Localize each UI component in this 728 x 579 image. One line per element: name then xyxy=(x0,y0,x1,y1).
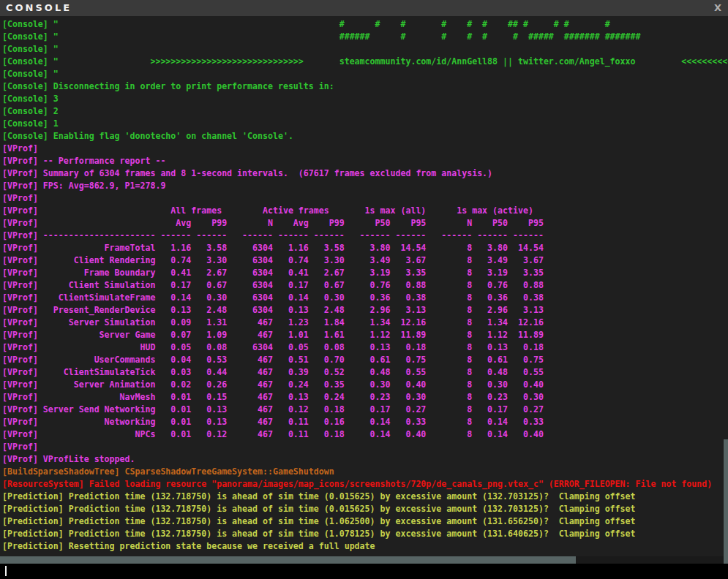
log-line: [Prediction] Prediction time (132.718750… xyxy=(2,528,728,540)
log-line: [VProf] NavMesh 0.01 0.15 467 0.13 0.24 … xyxy=(2,391,728,404)
log-line: [VProf] Networking 0.01 0.13 467 0.11 0.… xyxy=(2,416,728,428)
log-line: [Console] " xyxy=(2,68,728,80)
log-line: [VProf] Client Simulation 0.17 0.67 6304… xyxy=(2,279,728,292)
log-line: [VProf] ClientSimulateFrame 0.14 0.30 63… xyxy=(2,292,728,304)
console-window: CONSOLE X [Console] " # # # # # # ## # #… xyxy=(0,0,728,579)
log-line: [VProf] ---------------------- ------ --… xyxy=(2,230,728,242)
log-line: [VProf] FrameTotal 1.16 3.58 6304 1.16 3… xyxy=(2,242,728,254)
log-line: [VProf] xyxy=(2,143,728,155)
window-title: CONSOLE xyxy=(6,2,72,13)
log-line: [VProf] Present_RenderDevice 0.13 2.48 6… xyxy=(2,304,728,317)
horizontal-scrollbar[interactable] xyxy=(0,556,728,564)
log-line: [VProf] xyxy=(2,441,728,453)
log-line: [VProf] All frames Active frames 1s max … xyxy=(2,205,728,217)
console-titlebar[interactable]: CONSOLE X xyxy=(0,0,728,16)
log-line: [VProf] Server Game 0.07 1.09 467 1.01 1… xyxy=(2,329,728,341)
log-line: [Console] 3 xyxy=(2,93,728,105)
log-line: [VProf] Summary of 6304 frames and 8 1-s… xyxy=(2,167,728,180)
log-line: [Console] " ###### # # # # # ##### #####… xyxy=(2,31,728,43)
log-line: [VProf] Server Send Networking 0.01 0.13… xyxy=(2,404,728,416)
console-input[interactable] xyxy=(0,564,728,579)
close-icon[interactable]: X xyxy=(714,2,721,13)
log-line: [VProf] HUD 0.05 0.08 6304 0.05 0.08 0.1… xyxy=(2,341,728,354)
log-line: [VProf] ClientSimulateTick 0.03 0.44 467… xyxy=(2,366,728,379)
log-line: [Prediction] Prediction time (132.718750… xyxy=(2,503,728,515)
log-line: [Prediction] Resetting prediction state … xyxy=(2,540,728,553)
log-line: [VProf] xyxy=(2,192,728,205)
log-line: [VProf] Avg P99 N Avg P99 P50 P95 N P50 … xyxy=(2,217,728,230)
log-line: [VProf] Server Animation 0.02 0.26 467 0… xyxy=(2,379,728,391)
log-line: [VProf] Client Rendering 0.74 3.30 6304 … xyxy=(2,254,728,267)
log-line: [Prediction] Prediction time (132.718750… xyxy=(2,491,728,503)
horizontal-scrollbar-thumb[interactable] xyxy=(0,556,576,564)
log-line: [BuildSparseShadowTree] CSparseShadowTre… xyxy=(2,466,728,478)
log-line: [Console] 1 xyxy=(2,118,728,130)
log-line: [VProf] -- Performance report -- xyxy=(2,155,728,167)
log-line: [Console] 2 xyxy=(2,105,728,118)
log-line: [Console] Disconnecting in order to prin… xyxy=(2,80,728,93)
log-line: [Prediction] Prediction time (132.718750… xyxy=(2,515,728,528)
console-log-area[interactable]: [Console] " # # # # # # ## # # # #[Conso… xyxy=(0,16,728,557)
log-line: [VProf] NPCs 0.01 0.12 467 0.11 0.18 0.1… xyxy=(2,428,728,441)
log-line: [VProf] FPS: Avg=862.9, P1=278.9 xyxy=(2,180,728,192)
log-line: [VProf] UserCommands 0.04 0.53 467 0.51 … xyxy=(2,354,728,366)
log-line: [Console] " # # # # # # ## # # # # xyxy=(2,18,728,31)
log-line: [VProf] VProfLite stopped. xyxy=(2,453,728,466)
vertical-scrollbar-thumb[interactable] xyxy=(724,439,728,564)
log-line: [ResourceSystem] Failed loading resource… xyxy=(2,478,728,491)
log-line: [VProf] Frame Boundary 0.41 2.67 6304 0.… xyxy=(2,267,728,279)
text-cursor xyxy=(5,566,7,576)
log-line: [VProf] Server Simulation 0.09 1.31 467 … xyxy=(2,317,728,329)
log-line: [Console] Enabling flag 'donotecho' on c… xyxy=(2,130,728,143)
log-line: [Console] " >>>>>>>>>>>>>>>>>>>>>>>>>>>>… xyxy=(2,56,728,68)
log-line: [Console] " xyxy=(2,43,728,56)
